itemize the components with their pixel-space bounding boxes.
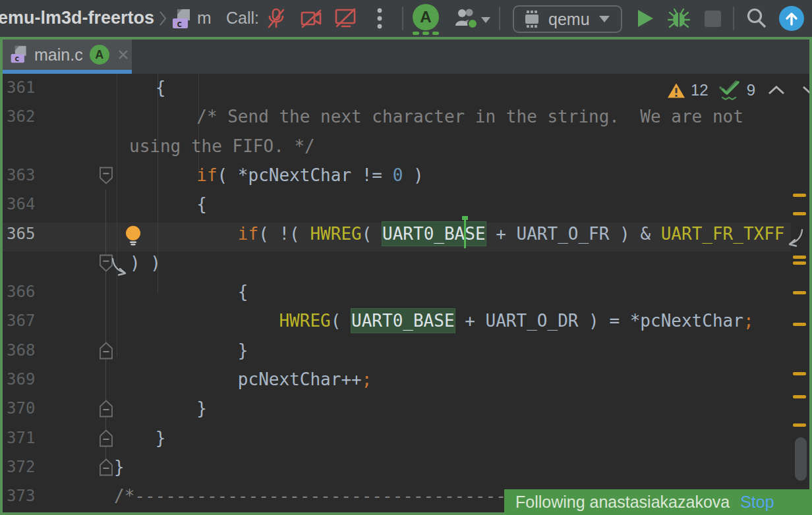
checks-icon[interactable]: [718, 79, 741, 101]
users-icon[interactable]: [453, 7, 490, 34]
update-icon[interactable]: [779, 6, 804, 31]
call-label: Call:: [226, 9, 259, 28]
breadcrumb-file[interactable]: m: [197, 8, 212, 28]
warning-icon[interactable]: [667, 82, 685, 99]
passed-count: 9: [747, 81, 755, 99]
line-number[interactable]: 361: [7, 73, 53, 102]
stop-following-link[interactable]: Stop: [740, 493, 774, 512]
code-line[interactable]: pcNextChar++;: [114, 365, 372, 394]
code-token: }: [114, 457, 125, 477]
run-button[interactable]: [635, 8, 655, 32]
line-number[interactable]: 367: [7, 306, 53, 335]
code-token: pcNextChar++: [238, 369, 362, 389]
line-number[interactable]: 365: [7, 219, 53, 248]
line-number[interactable]: 371: [7, 423, 53, 452]
chevron-down-icon: [599, 16, 610, 22]
warning-stripe-mark[interactable]: [793, 291, 806, 294]
warning-stripe-mark[interactable]: [793, 395, 806, 398]
code-token: UART_FR_TXFF: [661, 224, 785, 244]
code-token: + UART_O_FR ) &: [486, 224, 661, 244]
fold-marker[interactable]: [99, 458, 113, 479]
debug-button[interactable]: [667, 7, 691, 33]
line-number[interactable]: 362: [7, 102, 53, 131]
code-token: + UART_O_DR ) = *pcNextChar: [455, 311, 743, 331]
line-number[interactable]: 368: [7, 336, 53, 365]
code-line[interactable]: using the FIFO. */: [129, 132, 315, 161]
toolbar-separator: [499, 7, 500, 30]
fold-marker[interactable]: [99, 342, 113, 362]
code-token: }: [196, 398, 207, 418]
line-number[interactable]: 364: [7, 190, 53, 219]
remote-user-caret: [464, 219, 466, 248]
warning-stripe-mark[interactable]: [793, 372, 806, 375]
breadcrumb-project[interactable]: emu-lm3d-freertos: [0, 8, 154, 28]
code-line[interactable]: if( !( HWREG( UART0_BASE + UART_O_FR ) &…: [114, 219, 785, 248]
chevron-right-icon: [159, 11, 167, 29]
svg-text:c: c: [177, 18, 182, 29]
close-icon[interactable]: [117, 49, 129, 61]
code-line[interactable]: }: [114, 336, 248, 365]
line-number[interactable]: 372: [7, 452, 53, 481]
code-line[interactable]: ) ): [130, 248, 161, 277]
chevron-down-icon[interactable]: [801, 85, 812, 95]
code-line[interactable]: {: [114, 73, 165, 102]
code-token: HWREG: [279, 311, 330, 331]
code-line[interactable]: {: [114, 277, 248, 306]
code-line[interactable]: }: [114, 452, 125, 481]
code-token: {: [238, 282, 248, 302]
warning-stripe-mark[interactable]: [793, 256, 806, 259]
warning-stripe-mark[interactable]: [793, 423, 806, 427]
warning-stripe-mark[interactable]: [793, 212, 806, 215]
soft-wrap-arrow: [109, 256, 132, 281]
line-number[interactable]: 366: [7, 277, 53, 306]
code-line[interactable]: HWREG( UART0_BASE + UART_O_DR ) = *pcNex…: [114, 306, 754, 335]
svg-text:c: c: [14, 54, 19, 63]
code-line[interactable]: }: [114, 423, 165, 452]
chevron-up-icon[interactable]: [767, 85, 786, 95]
tab-title: main.c: [34, 45, 83, 65]
search-icon[interactable]: [745, 7, 768, 32]
warning-stripe-mark[interactable]: [793, 194, 806, 197]
screenshare-muted-icon[interactable]: [334, 8, 358, 32]
code-line[interactable]: /* Send the next character in the string…: [114, 102, 743, 131]
code-token: 0: [393, 165, 403, 185]
intention-bulb-icon[interactable]: [125, 225, 142, 248]
warning-stripe-mark[interactable]: [793, 261, 806, 265]
line-number[interactable]: 373: [7, 481, 53, 510]
camera-muted-icon[interactable]: [300, 9, 324, 32]
code-token: ( !(: [258, 224, 310, 244]
editor-tab-bar: c main.c A: [3, 40, 809, 74]
code-token: (: [362, 224, 382, 244]
code-line[interactable]: {: [114, 190, 207, 219]
run-config-value: qemu: [548, 10, 590, 29]
scrollbar-thumb[interactable]: [795, 437, 807, 481]
tab-user-badge[interactable]: A: [90, 45, 109, 65]
code-line[interactable]: if( *pcNextChar != 0 ): [114, 161, 424, 190]
warning-stripe-mark[interactable]: [793, 323, 806, 326]
tab-main-c[interactable]: c main.c A: [3, 40, 132, 70]
fold-marker[interactable]: [99, 400, 113, 420]
code-token: using the FIFO. */: [129, 136, 315, 156]
code-token: }: [156, 428, 166, 448]
highlighted-identifier: UART0_BASE: [382, 222, 486, 246]
fold-marker[interactable]: [99, 167, 113, 187]
stop-button[interactable]: [705, 11, 721, 27]
code-line[interactable]: }: [114, 394, 207, 423]
run-config-select[interactable]: qemu: [513, 5, 622, 33]
highlighted-identifier: UART0_BASE: [351, 309, 455, 333]
inspections-widget: 12 9: [667, 79, 812, 101]
mic-muted-icon[interactable]: [266, 7, 287, 32]
following-indicator: [413, 32, 419, 35]
code-token: /* Send the next character in the string…: [196, 107, 743, 126]
following-text: Following anastasiakazakova: [515, 493, 730, 512]
code-token: {: [196, 194, 207, 214]
avatar[interactable]: A: [413, 4, 439, 30]
c-file-icon[interactable]: c: [171, 7, 193, 34]
fold-marker[interactable]: [99, 429, 113, 450]
line-number[interactable]: 370: [7, 394, 53, 423]
ide-window: emu-lm3d-freertos c m Call:: [0, 0, 812, 515]
code-token: if: [196, 165, 217, 185]
line-number[interactable]: 363: [7, 161, 53, 190]
line-number[interactable]: 369: [7, 365, 53, 394]
kebab-menu-icon[interactable]: [375, 7, 384, 32]
